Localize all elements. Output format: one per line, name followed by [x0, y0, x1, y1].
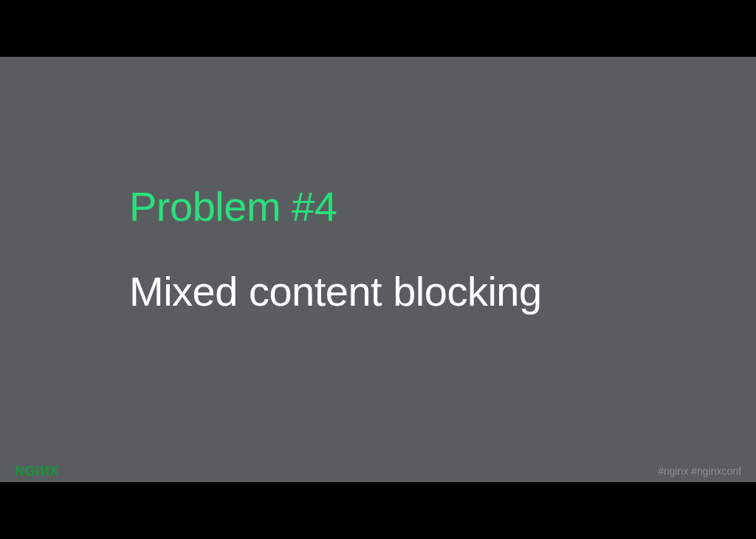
slide-subheading: Mixed content blocking — [129, 267, 756, 315]
slide-footer: NGINX #nginx #nginxconf — [0, 460, 756, 482]
logo-text-part3: X — [49, 464, 59, 478]
footer-hashtags: #nginx #nginxconf — [658, 465, 741, 477]
slide-heading: Problem #4 — [129, 182, 756, 230]
logo-text-flipped: N — [40, 464, 50, 479]
presentation-slide: Problem #4 Mixed content blocking NGINX … — [0, 57, 756, 482]
nginx-logo: NGINX — [15, 464, 59, 479]
logo-text-part1: NGI — [15, 464, 40, 478]
slide-content: Problem #4 Mixed content blocking — [0, 57, 756, 315]
